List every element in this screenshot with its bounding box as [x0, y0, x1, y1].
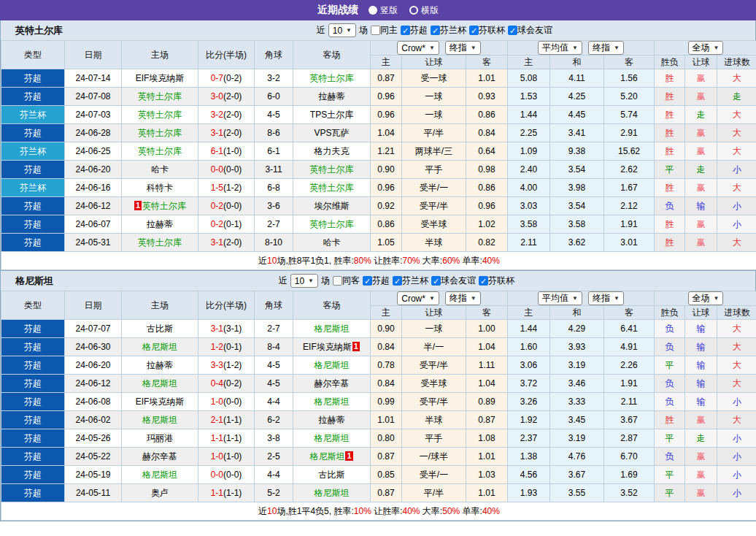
league-checkbox[interactable]: ✓ — [508, 26, 517, 35]
result-goals: 小 — [717, 215, 756, 234]
team-link: 玛丽港 — [147, 433, 173, 443]
avg-away: 3.67 — [604, 411, 655, 429]
match-date: 24-05-22 — [65, 448, 122, 466]
team-link: 英特土尔库 — [138, 110, 182, 120]
odds-home: 0.87 — [371, 484, 402, 502]
result-handicap: 赢 — [685, 88, 717, 106]
match-scope-select[interactable]: 全场▼ — [688, 291, 724, 305]
home-team: 赫尔辛基 — [122, 448, 198, 466]
match-row: 芬超24-06-28英特土尔库3-1(2-0)8-6VPS瓦萨1.04平/半0.… — [1, 124, 756, 142]
league-checkbox[interactable]: ✓ — [479, 276, 488, 286]
avg-home: 5.08 — [508, 69, 550, 88]
match-scope-select[interactable]: 全场▼ — [688, 41, 724, 55]
match-score: 1-2(0-1) — [198, 338, 255, 356]
same-venue-checkbox[interactable] — [333, 276, 342, 286]
odds-home: 0.78 — [371, 356, 402, 375]
avg-away: 3.01 — [604, 234, 655, 252]
team-link: 赫尔辛基 — [142, 451, 177, 462]
fulltime-score: 1-1 — [211, 433, 223, 443]
summary-part: 近 — [258, 256, 267, 266]
league-filter-option[interactable]: ✓球会友谊 — [508, 24, 552, 37]
radio-button-icon[interactable] — [369, 6, 377, 15]
dropdown-group-cell: 平均值▼终指▼ — [508, 41, 655, 55]
halftime-score: (0-2) — [223, 378, 242, 388]
result-handicap: 输 — [685, 375, 717, 393]
final-odds-select-2[interactable]: 终指▼ — [588, 291, 624, 305]
match-date: 24-06-30 — [65, 338, 122, 356]
odds-handicap: 受一球 — [402, 69, 466, 88]
chevron-down-icon: ▼ — [572, 295, 578, 302]
league-checkbox[interactable]: ✓ — [401, 26, 410, 35]
result-goals: 小 — [717, 161, 756, 179]
avg-away: 6.41 — [604, 320, 655, 338]
league-badge: 芬兰杯 — [1, 179, 65, 197]
away-team: TPS土尔库 — [293, 106, 371, 124]
home-team: 格尼斯坦 — [122, 375, 198, 393]
away-team: 格尼斯坦 — [293, 356, 371, 375]
recent-count-select[interactable]: 10▼ — [290, 274, 318, 288]
same-venue-option[interactable]: 同客 — [333, 275, 360, 287]
league-filter-option[interactable]: ✓芬兰杯 — [393, 275, 428, 287]
league-checkbox[interactable]: ✓ — [363, 276, 372, 286]
avg-home: 3.06 — [508, 356, 550, 375]
sub-column-header: 客 — [466, 306, 508, 320]
odds-company-select[interactable]: Crow*▼ — [397, 291, 439, 305]
avg-home: 4.56 — [508, 466, 550, 484]
same-venue-option[interactable]: 同主 — [371, 24, 398, 37]
recent-count-select[interactable]: 10▼ — [328, 23, 356, 37]
final-odds-select-1[interactable]: 终指▼ — [445, 41, 481, 55]
odds-company-select[interactable]: Crow*▼ — [397, 41, 439, 55]
odds-home: 1.21 — [371, 142, 402, 161]
league-checkbox[interactable]: ✓ — [469, 26, 479, 35]
match-date: 24-07-08 — [65, 88, 122, 106]
layout-radio-option[interactable]: 竖版 — [369, 4, 398, 17]
dropdown-group: 平均值▼终指▼ — [508, 291, 654, 305]
odds-handicap: 受平/半 — [402, 393, 466, 411]
league-checkbox[interactable]: ✓ — [431, 276, 441, 286]
odds-handicap: 两球半/三 — [402, 142, 466, 161]
league-filter-option[interactable]: ✓芬兰杯 — [431, 24, 466, 37]
match-row: 芬兰杯24-06-25英特土尔库6-1(1-0)6-1格力夫克1.21两球半/三… — [1, 142, 756, 161]
summary-part: 近 — [258, 506, 267, 516]
result-winlose: 平 — [655, 466, 685, 484]
radio-button-icon[interactable] — [409, 6, 418, 15]
fulltime-score: 0-7 — [211, 73, 223, 83]
team-link: EIF埃克纳斯 — [136, 397, 185, 407]
team-link: 英特土尔库 — [310, 73, 354, 83]
league-checkbox[interactable]: ✓ — [393, 276, 402, 286]
league-checkbox[interactable]: ✓ — [431, 26, 440, 35]
league-badge: 芬兰杯 — [1, 106, 65, 124]
corner-score: 3-6 — [255, 197, 293, 215]
league-filter-option[interactable]: ✓球会友谊 — [431, 275, 476, 287]
team-link: TPS土尔库 — [310, 110, 353, 120]
match-score: 2-1(1-1) — [198, 411, 255, 429]
avg-draw: 4.29 — [550, 320, 604, 338]
average-select[interactable]: 平均值▼ — [538, 41, 582, 55]
avg-away: 3.52 — [604, 484, 655, 502]
layout-radio-option[interactable]: 横版 — [409, 4, 439, 17]
league-filter-option[interactable]: ✓芬联杯 — [469, 24, 505, 37]
final-odds-select-1[interactable]: 终指▼ — [445, 291, 481, 305]
average-select[interactable]: 平均值▼ — [538, 291, 582, 305]
corner-score: 2-7 — [255, 215, 293, 234]
league-filter-option[interactable]: ✓芬超 — [401, 24, 428, 37]
avg-draw: 9.38 — [550, 142, 604, 161]
result-winlose: 负 — [655, 375, 685, 393]
odds-handicap: 受半/一 — [402, 466, 466, 484]
match-score: 1-0(0-0) — [198, 393, 255, 411]
match-score: 0-2(0-1) — [198, 215, 255, 234]
away-team: 格力夫克 — [293, 142, 371, 161]
league-filter-option[interactable]: ✓芬联杯 — [479, 275, 514, 287]
results-table: 类型日期主场比分(半场)角球客场Crow*▼终指▼平均值▼终指▼全场▼主让球客主… — [1, 291, 756, 521]
summary-part: 大率: — [420, 256, 443, 266]
same-venue-checkbox[interactable] — [371, 26, 380, 35]
league-filter-label: 芬联杯 — [488, 275, 514, 287]
team-name: 格尼斯坦 — [15, 275, 53, 288]
league-filter-option[interactable]: ✓芬超 — [363, 275, 390, 287]
dropdown-group: 全场▼ — [655, 41, 756, 55]
final-odds-select-2[interactable]: 终指▼ — [588, 41, 624, 55]
halftime-score: (1-1) — [223, 433, 242, 443]
corner-score: 6-8 — [255, 179, 293, 197]
result-winlose: 负 — [655, 197, 685, 215]
team-link: 格尼斯坦 — [315, 488, 350, 498]
